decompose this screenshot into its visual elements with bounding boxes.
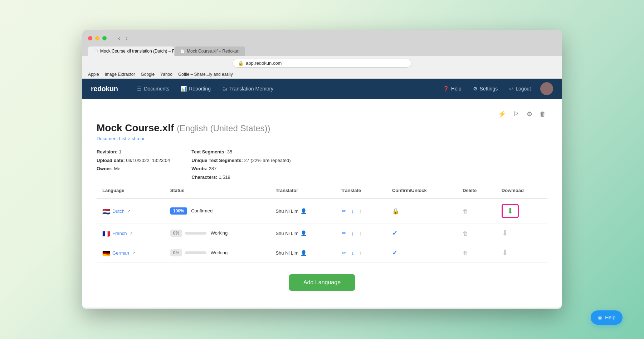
flag-button[interactable]: 🏳 [512,109,521,119]
minimize-dot[interactable] [95,36,99,40]
meta-col-right: Text Segments: 35 Unique Text Segments: … [191,148,291,182]
document-meta: Revision: 1 Upload date: 03/10/2022, 13:… [97,148,547,182]
flash-button[interactable]: ⚡ [497,109,507,119]
meta-segments-value: 35 [227,149,232,154]
avatar[interactable] [540,82,553,95]
meta-text-segments: Text Segments: 35 [191,148,291,156]
delete-cell-french: 🗑 [457,223,496,243]
bookmark-yahoo[interactable]: Yahoo [160,72,172,77]
lang-name-dutch[interactable]: Dutch [112,208,125,214]
nav-settings[interactable]: ⚙ Settings [468,83,503,94]
delete-btn-french[interactable]: 🗑 [463,230,468,236]
document-title-main: Mock Course.xlf [97,122,174,133]
bookmark-apple[interactable]: Apple [88,72,99,77]
add-language-section: Add Language [82,263,562,302]
nav-help[interactable]: ❓ Help [438,83,467,94]
forward-button[interactable]: › [124,34,129,43]
breadcrumb-separator: > [128,136,132,141]
progress-bar-french [185,232,206,235]
edit-btn-dutch[interactable]: ✏ [341,207,347,215]
edit-btn-german[interactable]: ✏ [341,249,347,257]
bookmark-google[interactable]: Google [141,72,155,77]
download-btn-french: ⬇ [502,229,508,238]
language-cell-french: 🇫🇷 French ↗ [97,223,165,243]
help-floating-button[interactable]: ◎ Help [591,310,623,325]
nav-translation-memory[interactable]: 🗂 Translation Memory [217,83,278,94]
translator-french: Shu Ni Lim 👤 [275,230,329,236]
meta-revision-value: 1 [119,149,121,154]
app-content: redokun ☰ Documents 📊 Reporting 🗂 Transl… [82,79,562,308]
upload-translate-btn-french[interactable]: ↑ [358,229,363,237]
meta-unique-label: Unique Text Segments: [191,158,243,163]
col-header-download: Download [496,183,547,198]
upload-translate-btn-dutch[interactable]: ↑ [358,207,363,215]
nav-logout[interactable]: ↩ Logout [504,83,536,94]
back-button[interactable]: ‹ [117,34,121,43]
upload-translate-btn-german[interactable]: ↑ [358,249,363,257]
nav-links: ☰ Documents 📊 Reporting 🗂 Translation Me… [132,83,438,94]
logout-icon: ↩ [509,86,513,92]
lang-name-german[interactable]: German [112,250,129,256]
download-btn-dutch[interactable]: ⬇ [507,206,513,216]
address-bar[interactable]: 🔒 app.redokun.com [233,59,411,68]
status-french: Working [211,230,228,236]
table-header-row: Language Status Translator Translate Con… [97,183,547,198]
translate-btns-dutch: ✏ ↓ ↑ [341,207,381,215]
status-cell-french: 0% Working [165,223,270,243]
bookmark-gofile[interactable]: Gofile – Share...ly and easily [178,72,233,77]
settings-page-button[interactable]: ⚙ [525,109,534,119]
meta-words-label: Words: [191,166,208,171]
tab-inactive[interactable]: 📄 Mock Course.xlf – Redokun [175,46,245,56]
translator-german: Shu Ni Lim 👤 [275,250,329,256]
external-link-dutch[interactable]: ↗ [127,209,131,213]
edit-btn-french[interactable]: ✏ [341,229,347,237]
tab-favicon-2: 📄 [180,49,185,53]
close-dot[interactable] [88,36,92,40]
tab-active[interactable]: 📄 Mock Course.xlf translation (Dutch) – … [88,46,174,56]
lang-cell-german: 🇩🇪 German ↗ [102,250,159,256]
browser-controls: ‹ › [88,34,556,43]
bookmark-image-extractor[interactable]: Image Extractor [105,72,135,77]
lang-name-french[interactable]: French [112,231,127,236]
browser-window: ‹ › 📄 Mock Course.xlf translation (Dutch… [82,30,562,309]
meta-words: Words: 287 [191,165,291,172]
delete-page-button[interactable]: 🗑 [538,109,547,119]
translator-cell-french: Shu Ni Lim 👤 [270,223,335,243]
external-link-german[interactable]: ↗ [132,251,135,255]
add-language-button[interactable]: Add Language [289,274,355,291]
translation-memory-icon: 🗂 [222,86,227,92]
meta-segments-label: Text Segments: [191,149,226,154]
nav-documents[interactable]: ☰ Documents [132,83,174,94]
brand-logo: redokun [91,85,118,93]
confirm-unlock-dutch: 🔒 [386,198,457,223]
meta-unique-value: 27 [244,158,249,163]
language-cell-dutch: 🇳🇱 Dutch ↗ [97,198,165,223]
breadcrumb-list-link[interactable]: Document List [97,136,126,141]
progress-dutch: 100% [170,207,187,215]
download-translate-btn-german[interactable]: ↓ [350,249,355,257]
user-icon-german: 👤 [301,250,307,256]
download-translate-btn-dutch[interactable]: ↓ [350,207,355,215]
translate-actions-french: ✏ ↓ ↑ [335,223,386,243]
nav-translation-memory-label: Translation Memory [229,86,273,92]
confirm-unlock-german: ✓ [386,243,457,263]
download-translate-btn-french[interactable]: ↓ [350,229,355,237]
meta-words-value: 287 [209,166,216,171]
delete-btn-german[interactable]: 🗑 [463,250,468,256]
badge-dutch: 100% [170,207,187,215]
nav-reporting[interactable]: 📊 Reporting [176,83,216,94]
progress-german: 0% [170,249,206,256]
table-body: 🇳🇱 Dutch ↗ 100% Confirmed [97,198,547,263]
meta-revision-label: Revision: [97,149,118,154]
document-title: Mock Course.xlf (English (United States)… [97,122,547,134]
delete-btn-dutch[interactable]: 🗑 [463,208,468,214]
translator-name-german: Shu Ni Lim [275,250,298,256]
breadcrumb: Document List > shu ni [97,136,547,141]
col-header-delete: Delete [457,183,496,198]
maximize-dot[interactable] [102,36,107,40]
lock-icon-dutch: 🔒 [392,208,399,214]
external-link-french[interactable]: ↗ [130,231,133,236]
translate-actions-german: ✏ ↓ ↑ [335,243,386,263]
col-header-translate: Translate [335,183,386,198]
flag-german: 🇩🇪 [102,250,109,255]
